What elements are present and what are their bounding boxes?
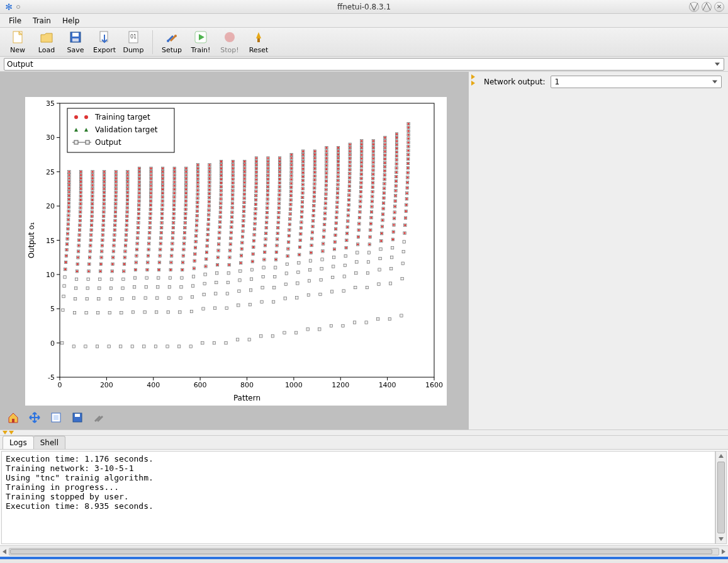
maximize-button[interactable]: ╱╲ xyxy=(702,2,712,12)
plot-zoom-button[interactable] xyxy=(48,409,64,426)
svg-point-1544 xyxy=(405,204,407,206)
horizontal-splitter[interactable] xyxy=(0,429,728,436)
svg-rect-565 xyxy=(181,276,183,279)
svg-rect-510 xyxy=(166,345,169,348)
train-button[interactable]: Train! xyxy=(187,29,215,55)
svg-point-1242 xyxy=(336,211,338,213)
svg-point-618 xyxy=(193,267,195,269)
svg-point-83 xyxy=(68,202,70,204)
new-button[interactable]: New xyxy=(4,29,31,55)
log-text[interactable]: Execution time: 1.176 seconds. Training … xyxy=(1,451,715,544)
svg-point-1011 xyxy=(279,171,281,173)
plot-canvas[interactable]: 02004006008001000120014001600-5051015202… xyxy=(25,97,447,406)
stop-button: Stop! xyxy=(216,29,244,55)
svg-point-585 xyxy=(184,217,186,219)
svg-point-681 xyxy=(207,229,209,230)
svg-point-75 xyxy=(67,219,69,220)
svg-point-1199 xyxy=(325,193,327,195)
svg-point-1091 xyxy=(301,211,303,213)
view-selector[interactable]: Output xyxy=(4,58,724,71)
svg-point-944 xyxy=(266,202,268,204)
scroll-left-icon xyxy=(3,549,6,554)
svg-point-711 xyxy=(208,168,210,169)
svg-point-779 xyxy=(230,237,232,239)
tab-logs[interactable]: Logs xyxy=(3,436,34,449)
menu-help[interactable]: Help xyxy=(57,15,84,26)
svg-point-152 xyxy=(80,171,82,173)
svg-point-220 xyxy=(101,239,103,241)
svg-point-697 xyxy=(208,193,210,195)
plot-config-button[interactable] xyxy=(91,409,107,426)
menu-file[interactable]: File xyxy=(4,15,26,26)
svg-rect-1227 xyxy=(332,265,334,268)
svg-point-977 xyxy=(276,251,277,253)
splitter-arrow-icon xyxy=(471,74,475,79)
svg-point-150 xyxy=(80,174,82,176)
svg-point-189 xyxy=(91,195,93,197)
tab-shell[interactable]: Shell xyxy=(33,436,65,449)
plot-home-button[interactable] xyxy=(5,409,21,426)
log-scrollbar[interactable] xyxy=(715,451,727,544)
svg-point-1562 xyxy=(407,158,409,160)
reset-button[interactable]: Reset xyxy=(245,29,272,55)
svg-point-126 xyxy=(79,220,81,222)
svg-point-336 xyxy=(126,207,128,208)
svg-rect-970 xyxy=(272,300,274,303)
svg-point-558 xyxy=(174,171,176,173)
svg-rect-204 xyxy=(96,345,98,348)
close-button[interactable]: ✕ xyxy=(714,2,724,12)
svg-point-322 xyxy=(125,239,126,241)
svg-point-975 xyxy=(275,258,277,260)
svg-point-1007 xyxy=(279,178,281,180)
svg-rect-255 xyxy=(108,345,110,348)
svg-point-1438 xyxy=(381,225,383,227)
svg-rect-412 xyxy=(145,276,148,279)
svg-point-395 xyxy=(138,188,140,190)
svg-point-132 xyxy=(79,207,81,208)
minimize-button[interactable]: ╲╱ xyxy=(689,2,699,12)
svg-rect-1329 xyxy=(356,261,358,263)
save-button[interactable]: Save xyxy=(62,29,89,55)
svg-point-138 xyxy=(80,195,82,197)
svg-point-771 xyxy=(228,264,230,266)
plot-pan-button[interactable] xyxy=(26,409,43,426)
plot-save-button[interactable] xyxy=(69,409,86,426)
vertical-splitter[interactable] xyxy=(469,72,478,429)
svg-point-1419 xyxy=(372,154,374,156)
svg-point-928 xyxy=(264,244,266,246)
dump-button[interactable]: 01 Dump xyxy=(120,29,147,55)
svg-point-1391 xyxy=(370,217,372,219)
svg-point-1401 xyxy=(371,191,373,193)
svg-text:Pattern: Pattern xyxy=(233,394,260,402)
svg-rect-922 xyxy=(262,266,265,269)
plot-toolbar xyxy=(3,408,109,427)
svg-point-509 xyxy=(162,168,164,169)
svg-point-934 xyxy=(266,227,267,229)
svg-point-1474 xyxy=(384,144,386,145)
bottom-scrollbar[interactable] xyxy=(0,545,728,557)
svg-point-1458 xyxy=(384,174,386,176)
network-output-selector[interactable]: 1 xyxy=(551,76,722,88)
svg-point-913 xyxy=(255,164,257,166)
svg-point-173 xyxy=(91,229,92,231)
svg-rect-1071 xyxy=(294,331,297,334)
menu-train[interactable]: Train xyxy=(28,15,56,26)
svg-point-1160 xyxy=(314,171,316,173)
svg-point-432 xyxy=(149,217,151,219)
side-panel: Network output: 1 xyxy=(478,72,728,429)
svg-point-785 xyxy=(231,221,233,223)
svg-point-520 xyxy=(171,254,172,256)
svg-point-144 xyxy=(80,185,82,186)
svg-point-1019 xyxy=(279,157,281,159)
load-button[interactable]: Load xyxy=(33,29,60,55)
setup-button[interactable]: Setup xyxy=(158,29,186,55)
export-button[interactable]: Export xyxy=(91,29,118,55)
tool-label: Reset xyxy=(249,46,269,54)
svg-point-181 xyxy=(91,211,93,213)
svg-point-999 xyxy=(278,194,280,196)
svg-point-1340 xyxy=(359,217,361,219)
svg-point-930 xyxy=(264,238,266,240)
svg-point-826 xyxy=(241,248,243,250)
svg-point-1148 xyxy=(313,196,315,198)
svg-rect-717 xyxy=(215,281,218,283)
